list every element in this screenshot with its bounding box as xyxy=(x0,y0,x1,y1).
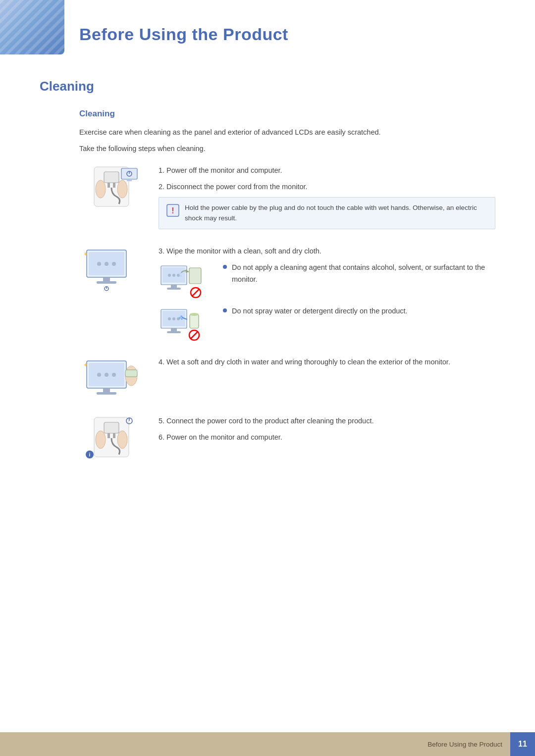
svg-rect-3 xyxy=(104,172,119,183)
svg-point-59 xyxy=(97,373,101,377)
svg-point-68 xyxy=(96,431,106,449)
svg-point-30 xyxy=(168,274,171,277)
svg-rect-55 xyxy=(103,388,110,392)
svg-rect-1 xyxy=(0,0,64,54)
step-5-line-1: 5. Connect the power cord to the product… xyxy=(159,415,495,427)
svg-rect-16 xyxy=(103,277,110,281)
step-1-line-2: 2. Disconnect the power cord from the mo… xyxy=(159,181,495,193)
power-connect-illustration: i xyxy=(82,415,141,462)
svg-rect-9 xyxy=(127,179,132,181)
header-accent-blue xyxy=(0,0,64,54)
svg-point-50 xyxy=(181,318,183,320)
step-content-5: 5. Connect the power cord to the product… xyxy=(159,415,495,447)
no-water-spray-illustration xyxy=(159,305,208,343)
section-title: Cleaning xyxy=(40,79,495,94)
svg-text:i: i xyxy=(89,452,91,457)
bullet-dot-3b xyxy=(223,308,227,312)
sub-step-inner-3b: Do not spray water or detergent directly… xyxy=(159,305,495,344)
step-block-5: i 5. Connect the power cord to the produ… xyxy=(79,415,495,462)
svg-point-69 xyxy=(117,431,127,449)
svg-rect-42 xyxy=(167,331,181,333)
step-content-3: 3. Wipe the monitor with a clean, soft a… xyxy=(159,245,495,345)
step-image-1 xyxy=(79,164,144,211)
svg-rect-63 xyxy=(125,370,137,377)
step-image-3 xyxy=(79,245,144,292)
svg-point-34 xyxy=(180,273,181,274)
svg-rect-28 xyxy=(171,285,177,288)
svg-point-23 xyxy=(97,262,101,266)
svg-rect-65 xyxy=(104,422,119,433)
step-image-5: i xyxy=(79,415,144,462)
svg-rect-41 xyxy=(171,328,177,331)
page-footer: Before Using the Product 11 xyxy=(0,732,535,756)
sub-step-block-3a: Do not apply a cleaning agent that conta… xyxy=(159,262,495,301)
svg-rect-66 xyxy=(107,433,110,438)
svg-point-24 xyxy=(105,262,108,266)
svg-line-38 xyxy=(192,289,199,296)
svg-point-31 xyxy=(172,274,175,277)
warning-text-1: Hold the power cable by the plug and do … xyxy=(185,202,488,224)
svg-point-43 xyxy=(168,317,171,320)
page-title: Before Using the Product xyxy=(79,15,535,49)
warning-box-1: ! Hold the power cable by the plug and d… xyxy=(159,197,495,229)
svg-point-35 xyxy=(179,274,180,276)
bullet-text-3b: Do not spray water or detergent directly… xyxy=(232,305,408,317)
wipe-monitor-illustration xyxy=(82,245,141,292)
svg-point-47 xyxy=(190,313,199,316)
svg-point-36 xyxy=(180,275,182,277)
svg-rect-56 xyxy=(97,392,116,395)
step-content-4: 4. Wet a soft and dry cloth in water and… xyxy=(159,356,495,372)
svg-rect-67 xyxy=(113,433,115,438)
svg-point-49 xyxy=(179,317,181,319)
svg-point-25 xyxy=(112,262,116,266)
intro-line-1: Exercise care when cleaning as the panel… xyxy=(79,127,495,138)
svg-rect-5 xyxy=(113,183,115,188)
svg-rect-17 xyxy=(97,281,116,284)
sub-section-title: Cleaning xyxy=(79,109,495,119)
warning-icon-1: ! xyxy=(166,203,180,217)
step-4-line-1: 4. Wet a soft and dry cloth in water and… xyxy=(159,356,495,368)
step-5-line-2: 6. Power on the monitor and computer. xyxy=(159,431,495,444)
step-image-4 xyxy=(79,356,144,403)
sub-step-image-3b xyxy=(159,305,213,344)
svg-rect-46 xyxy=(190,314,199,328)
bullet-text-3a: Do not apply a cleaning agent that conta… xyxy=(232,262,495,285)
svg-rect-33 xyxy=(189,268,201,284)
bullet-content-3a: Do not apply a cleaning agent that conta… xyxy=(223,262,495,290)
step-3-line-1: 3. Wipe the monitor with a clean, soft a… xyxy=(159,245,495,257)
intro-line-2: Take the following steps when cleaning. xyxy=(79,143,495,154)
page-number: 11 xyxy=(518,740,527,749)
step-block-1: 1. Power off the monitor and computer. 2… xyxy=(79,164,495,233)
svg-rect-29 xyxy=(167,288,181,290)
main-content: Cleaning Cleaning Exercise care when cle… xyxy=(0,64,535,513)
svg-point-48 xyxy=(180,315,182,317)
svg-rect-4 xyxy=(107,183,110,188)
step-1-line-1: 1. Power off the monitor and computer. xyxy=(159,164,495,177)
step-block-4: 4. Wet a soft and dry cloth in water and… xyxy=(79,356,495,403)
svg-text:!: ! xyxy=(171,206,174,215)
power-cord-illustration xyxy=(82,164,141,211)
step-content-1: 1. Power off the monitor and computer. 2… xyxy=(159,164,495,233)
page-number-badge: 11 xyxy=(510,732,535,756)
sub-step-image-3a xyxy=(159,262,213,301)
warning-sign-icon: ! xyxy=(166,203,180,217)
no-cleaning-agent-illustration xyxy=(159,262,208,299)
bullet-item-3a: Do not apply a cleaning agent that conta… xyxy=(223,262,495,285)
svg-point-7 xyxy=(117,180,127,198)
sub-step-inner-3a: Do not apply a cleaning agent that conta… xyxy=(159,262,495,301)
sub-step-block-3b: Do not spray water or detergent directly… xyxy=(159,305,495,344)
header-stripe-decoration xyxy=(0,0,64,54)
steps-container: 1. Power off the monitor and computer. 2… xyxy=(79,164,495,462)
bullet-content-3b: Do not spray water or detergent directly… xyxy=(223,305,408,322)
wet-cloth-illustration xyxy=(82,356,141,403)
svg-point-61 xyxy=(112,373,116,377)
page-header: Before Using the Product xyxy=(0,0,535,59)
svg-line-52 xyxy=(191,332,198,339)
svg-point-44 xyxy=(172,317,175,320)
footer-text: Before Using the Product xyxy=(428,741,510,748)
svg-point-60 xyxy=(105,373,108,377)
bullet-dot-3a xyxy=(223,265,227,269)
svg-point-6 xyxy=(96,180,106,198)
step-block-3: 3. Wipe the monitor with a clean, soft a… xyxy=(79,245,495,345)
bullet-item-3b: Do not spray water or detergent directly… xyxy=(223,305,408,317)
